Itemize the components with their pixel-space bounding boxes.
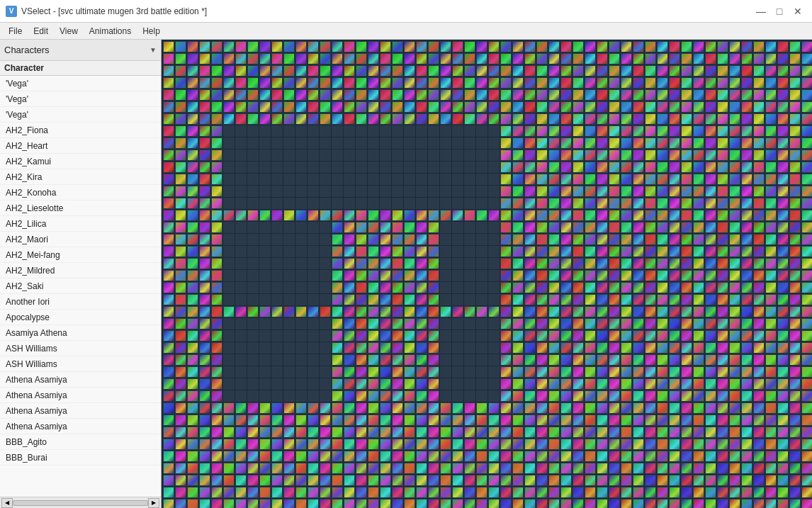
grid-cell[interactable] (283, 41, 295, 52)
grid-cell[interactable] (765, 378, 777, 390)
grid-cell[interactable] (464, 390, 475, 402)
grid-cell[interactable] (621, 342, 632, 354)
grid-cell[interactable] (488, 487, 500, 498)
grid-cell[interactable] (512, 366, 524, 378)
grid-cell[interactable] (320, 439, 331, 450)
grid-cell[interactable] (356, 101, 367, 113)
grid-cell[interactable] (741, 366, 752, 378)
grid-cell[interactable] (657, 342, 668, 354)
grid-cell[interactable] (777, 354, 789, 366)
grid-cell[interactable] (548, 282, 560, 293)
grid-cell[interactable] (295, 89, 307, 101)
grid-cell[interactable] (585, 246, 596, 257)
grid-cell[interactable] (693, 113, 704, 125)
grid-cell[interactable] (500, 475, 512, 486)
grid-cell[interactable] (717, 366, 728, 378)
grid-cell[interactable] (488, 427, 500, 438)
grid-cell[interactable] (428, 53, 439, 64)
grid-cell[interactable] (512, 137, 524, 149)
grid-cell[interactable] (681, 186, 692, 197)
grid-cell[interactable] (344, 113, 355, 125)
grid-cell[interactable] (741, 174, 752, 185)
grid-cell[interactable] (452, 282, 463, 293)
grid-cell[interactable] (175, 137, 186, 149)
grid-cell[interactable] (524, 354, 536, 366)
grid-cell[interactable] (597, 234, 608, 245)
grid-cell[interactable] (416, 53, 427, 64)
grid-cell[interactable] (368, 282, 379, 293)
grid-cell[interactable] (368, 65, 379, 77)
grid-cell[interactable] (452, 258, 463, 269)
grid-cell[interactable] (235, 222, 247, 233)
grid-cell[interactable] (247, 330, 259, 342)
grid-cell[interactable] (476, 390, 487, 402)
grid-cell[interactable] (175, 414, 186, 426)
list-item[interactable]: Athena Asamiya (0, 403, 161, 419)
grid-cell[interactable] (247, 499, 259, 508)
grid-cell[interactable] (609, 451, 620, 462)
grid-cell[interactable] (681, 113, 692, 125)
grid-cell[interactable] (753, 234, 765, 245)
grid-cell[interactable] (163, 210, 174, 221)
grid-cell[interactable] (705, 330, 716, 342)
grid-cell[interactable] (404, 149, 415, 161)
grid-cell[interactable] (344, 475, 355, 486)
grid-cell[interactable] (633, 186, 644, 197)
grid-cell[interactable] (247, 101, 259, 113)
grid-cell[interactable] (633, 354, 644, 366)
grid-cell[interactable] (163, 53, 174, 64)
grid-cell[interactable] (585, 414, 596, 426)
grid-cell[interactable] (404, 402, 415, 414)
grid-cell[interactable] (344, 198, 355, 209)
grid-cell[interactable] (404, 174, 415, 185)
grid-cell[interactable] (247, 378, 259, 390)
grid-cell[interactable] (512, 499, 524, 508)
grid-cell[interactable] (440, 318, 451, 329)
grid-cell[interactable] (633, 402, 644, 414)
list-item[interactable]: Athena Asamiya (0, 419, 161, 434)
grid-cell[interactable] (609, 246, 620, 257)
grid-cell[interactable] (428, 65, 439, 77)
grid-cell[interactable] (308, 318, 319, 329)
grid-cell[interactable] (308, 342, 319, 354)
grid-cell[interactable] (548, 414, 560, 426)
grid-cell[interactable] (223, 427, 235, 438)
grid-cell[interactable] (259, 306, 271, 317)
grid-cell[interactable] (741, 125, 752, 137)
grid-cell[interactable] (187, 246, 198, 257)
grid-cell[interactable] (187, 366, 198, 378)
grid-cell[interactable] (512, 186, 524, 197)
grid-cell[interactable] (741, 41, 752, 52)
grid-cell[interactable] (801, 149, 812, 161)
list-item[interactable]: Athena Asamiya (0, 388, 161, 403)
grid-cell[interactable] (524, 463, 536, 474)
grid-cell[interactable] (657, 330, 668, 342)
grid-cell[interactable] (488, 306, 500, 317)
grid-cell[interactable] (259, 366, 271, 378)
grid-cell[interactable] (332, 162, 343, 173)
grid-cell[interactable] (440, 125, 451, 137)
grid-cell[interactable] (609, 113, 620, 125)
grid-cell[interactable] (223, 499, 235, 508)
grid-cell[interactable] (777, 402, 789, 414)
grid-cell[interactable] (211, 222, 222, 233)
grid-cell[interactable] (271, 427, 283, 438)
grid-cell[interactable] (488, 222, 500, 233)
grid-cell[interactable] (380, 246, 391, 257)
grid-cell[interactable] (536, 282, 548, 293)
grid-cell[interactable] (428, 451, 439, 462)
grid-cell[interactable] (440, 414, 451, 426)
grid-cell[interactable] (308, 282, 319, 293)
grid-cell[interactable] (597, 125, 608, 137)
grid-cell[interactable] (705, 53, 716, 64)
grid-cell[interactable] (681, 137, 692, 149)
grid-cell[interactable] (753, 354, 765, 366)
grid-cell[interactable] (753, 463, 765, 474)
grid-cell[interactable] (621, 282, 632, 293)
grid-cell[interactable] (741, 113, 752, 125)
grid-cell[interactable] (488, 149, 500, 161)
list-item[interactable]: AH2_Mei-fang (0, 247, 161, 263)
grid-cell[interactable] (512, 487, 524, 498)
grid-cell[interactable] (789, 101, 801, 113)
grid-cell[interactable] (681, 174, 692, 185)
